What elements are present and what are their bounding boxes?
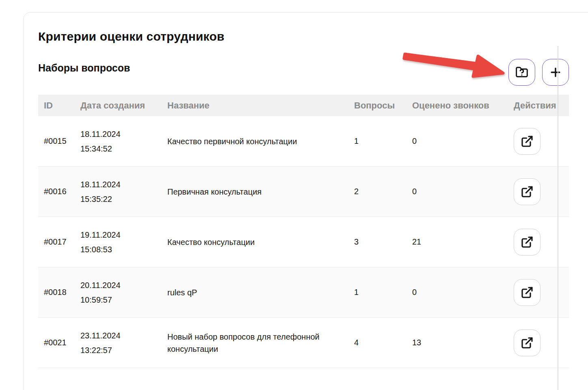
row-time: 15:08:53 [80, 242, 167, 257]
row-questions-count: 4 [354, 338, 412, 347]
row-date: 18.11.2024 [80, 127, 167, 141]
row-name: rules qP [167, 286, 354, 299]
row-actions [514, 128, 569, 155]
question-sets-table: ID Дата создания Название Вопросы Оценен… [38, 95, 569, 368]
column-header-name: Название [167, 100, 354, 111]
table-header: ID Дата создания Название Вопросы Оценен… [38, 95, 569, 116]
row-actions [514, 329, 569, 356]
table-row: #0016 18.11.2024 15:35:22 Первичная конс… [38, 167, 569, 217]
row-date: 20.11.2024 [80, 278, 167, 292]
annotation-arrow [400, 50, 506, 82]
folder-question-icon [515, 66, 528, 79]
table-row: #0017 19.11.2024 15:08:53 Качество консу… [38, 217, 569, 267]
external-link-icon [521, 135, 534, 148]
row-id: #0016 [44, 187, 80, 196]
row-time: 10:59:57 [80, 292, 167, 307]
row-calls-count: 13 [412, 338, 514, 347]
row-id: #0021 [44, 338, 80, 347]
row-actions [514, 178, 569, 205]
open-question-set-button[interactable] [514, 329, 540, 356]
page-title: Критерии оценки сотрудников [38, 30, 225, 43]
table-row: #0015 18.11.2024 15:34:52 Качество перви… [38, 116, 569, 167]
row-calls-count: 0 [412, 187, 514, 196]
external-link-icon [521, 336, 534, 349]
open-question-set-button[interactable] [514, 279, 540, 306]
column-header-actions: Действия [514, 100, 569, 111]
row-created-at: 18.11.2024 15:35:22 [80, 177, 167, 206]
row-date: 23.11.2024 [80, 328, 167, 343]
open-question-set-button[interactable] [514, 128, 540, 155]
row-actions [514, 229, 569, 256]
open-question-set-button[interactable] [514, 178, 540, 205]
row-time: 15:35:22 [80, 192, 167, 206]
section-title: Наборы вопросов [38, 62, 130, 74]
column-header-created: Дата создания [80, 100, 167, 111]
row-actions [514, 279, 569, 306]
row-created-at: 18.11.2024 15:34:52 [80, 127, 167, 156]
row-name: Качество консультации [167, 236, 354, 248]
row-created-at: 23.11.2024 13:22:57 [80, 328, 167, 358]
row-calls-count: 21 [412, 237, 514, 247]
row-created-at: 20.11.2024 10:59:57 [80, 278, 167, 307]
column-header-calls: Оценено звонков [412, 100, 514, 111]
row-id: #0015 [44, 136, 80, 146]
table-row: #0018 20.11.2024 10:59:57 rules qP 1 0 [38, 267, 569, 318]
row-calls-count: 0 [412, 136, 514, 146]
question-sets-folder-button[interactable] [508, 59, 535, 86]
column-header-questions: Вопросы [354, 100, 412, 111]
row-time: 13:22:57 [80, 343, 167, 358]
row-id: #0018 [44, 288, 80, 297]
row-id: #0017 [44, 237, 80, 247]
row-calls-count: 0 [412, 288, 514, 297]
content-card: Критерии оценки сотрудников Наборы вопро… [23, 12, 588, 390]
add-question-set-button[interactable] [542, 59, 569, 86]
row-date: 19.11.2024 [80, 228, 167, 242]
row-time: 15:34:52 [80, 141, 167, 156]
row-name: Качество первичной консультации [167, 135, 354, 147]
row-questions-count: 1 [354, 288, 412, 297]
row-date: 18.11.2024 [80, 177, 167, 192]
external-link-icon [521, 185, 534, 198]
table-row: #0021 23.11.2024 13:22:57 Новый набор во… [38, 318, 569, 368]
plus-icon [549, 65, 562, 79]
row-created-at: 19.11.2024 15:08:53 [80, 228, 167, 257]
page-background: Критерии оценки сотрудников Наборы вопро… [0, 0, 588, 390]
external-link-icon [521, 236, 534, 249]
external-link-icon [521, 286, 534, 299]
open-question-set-button[interactable] [514, 229, 540, 256]
panel-divider [558, 46, 558, 390]
row-questions-count: 2 [354, 187, 412, 196]
row-questions-count: 3 [354, 237, 412, 247]
row-name: Новый набор вопросов для телефонной конс… [167, 331, 354, 355]
column-header-id: ID [44, 100, 80, 111]
row-questions-count: 1 [354, 136, 412, 146]
table-body: #0015 18.11.2024 15:34:52 Качество перви… [38, 116, 569, 368]
row-name: Первичная консультация [167, 186, 354, 198]
